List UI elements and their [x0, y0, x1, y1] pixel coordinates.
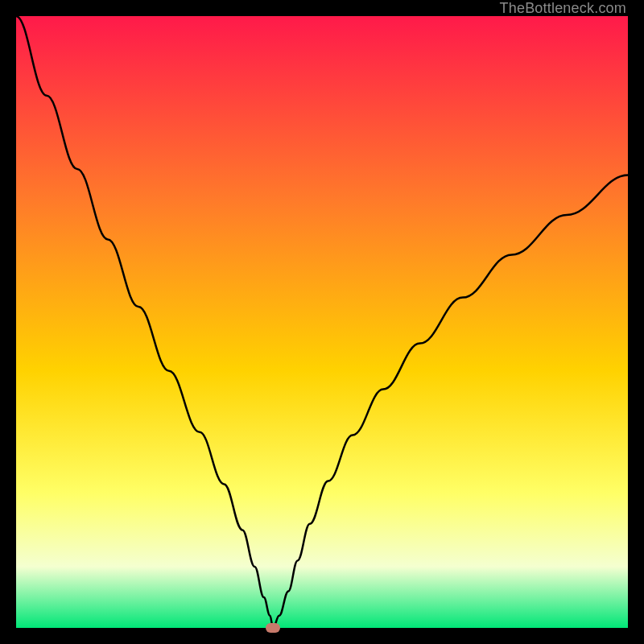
plot-svg — [16, 16, 628, 628]
chart-frame — [16, 16, 628, 628]
watermark-text: TheBottleneck.com — [500, 0, 626, 17]
minimum-marker — [266, 623, 280, 633]
gradient-background — [16, 16, 628, 628]
